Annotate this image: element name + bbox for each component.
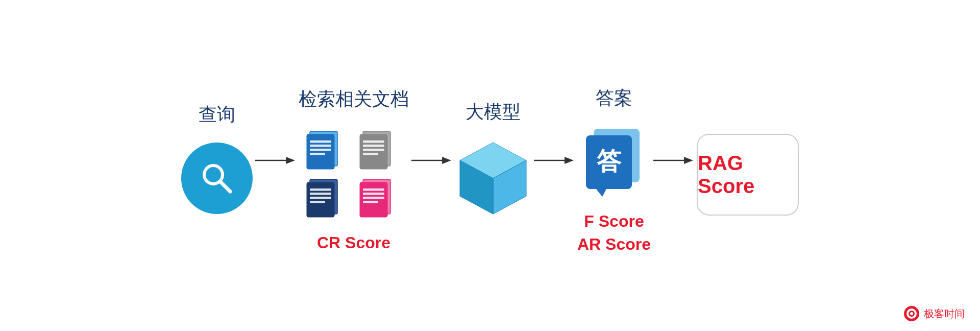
svg-rect-17 (360, 134, 387, 169)
watermark-text: 极客时间 (924, 307, 965, 321)
cube-container (455, 140, 531, 217)
step-query: 查询 (181, 102, 253, 240)
svg-rect-28 (310, 193, 331, 195)
rag-score-text: RAG Score (698, 152, 798, 198)
arrow-3-icon (534, 153, 575, 168)
arrow-2 (409, 153, 455, 168)
svg-point-59 (910, 312, 913, 315)
rag-score-box: RAG Score (697, 134, 799, 216)
arrow-2-icon (411, 153, 452, 168)
svg-rect-38 (363, 197, 384, 199)
answer-icon-container: 答 (581, 126, 647, 198)
svg-rect-18 (363, 140, 384, 143)
svg-rect-26 (307, 182, 334, 217)
cube-icon (455, 137, 531, 219)
svg-rect-10 (310, 145, 331, 147)
svg-rect-11 (310, 149, 331, 151)
step-rag-score: RAG Score (697, 100, 799, 241)
svg-marker-55 (684, 157, 693, 164)
search-circle (181, 143, 253, 214)
svg-marker-3 (286, 157, 295, 164)
svg-rect-21 (363, 153, 378, 155)
arrow-3 (531, 153, 577, 168)
svg-rect-19 (363, 145, 384, 147)
docs-icon-container (303, 127, 405, 219)
arrow-1-icon (255, 153, 296, 168)
svg-rect-37 (363, 193, 384, 195)
watermark: 极客时间 (903, 305, 965, 322)
svg-text:答: 答 (597, 148, 622, 175)
step-answer: 答案 答 F Score (577, 86, 651, 256)
retrieve-label: 检索相关文档 (299, 87, 409, 112)
query-label: 查询 (199, 102, 235, 127)
svg-rect-36 (363, 188, 384, 191)
doc-pink (356, 175, 399, 219)
answer-box: 答 (581, 126, 647, 198)
svg-line-1 (220, 181, 230, 192)
answer-label: 答案 (596, 86, 632, 111)
arrow-1 (253, 153, 299, 168)
doc-navy (303, 175, 346, 219)
cube-icon-container (455, 140, 531, 217)
query-icon-container (181, 143, 253, 214)
llm-label: 大模型 (465, 100, 521, 125)
docs-grid (303, 127, 405, 219)
arrow-4 (651, 153, 697, 168)
svg-rect-35 (360, 182, 387, 217)
f-score-text: F Score (584, 212, 644, 230)
svg-rect-39 (363, 201, 378, 203)
answer-bubble-icon: 答 (581, 126, 647, 198)
rag-score-icon-container: RAG Score (697, 134, 799, 216)
svg-marker-49 (565, 157, 574, 164)
svg-rect-30 (310, 201, 325, 203)
svg-rect-8 (307, 134, 334, 169)
svg-rect-29 (310, 197, 331, 199)
flow-container: 查询 检索相关文档 (181, 86, 799, 256)
svg-marker-52 (596, 189, 606, 197)
svg-rect-9 (310, 140, 331, 143)
f-ar-score-label: F Score AR Score (577, 210, 651, 256)
doc-blue (303, 127, 346, 171)
step-llm: 大模型 (455, 100, 531, 242)
ar-score-text: AR Score (577, 235, 651, 253)
cr-score-label: CR Score (317, 231, 390, 254)
doc-gray (356, 127, 399, 171)
main-container: 查询 检索相关文档 (0, 0, 980, 331)
search-icon (197, 158, 237, 199)
svg-rect-12 (310, 153, 325, 155)
arrow-4-icon (653, 153, 694, 168)
svg-marker-41 (442, 157, 451, 164)
svg-rect-27 (310, 188, 331, 191)
svg-rect-20 (363, 149, 384, 151)
step-retrieve: 检索相关文档 (299, 87, 409, 254)
watermark-icon (903, 305, 920, 322)
